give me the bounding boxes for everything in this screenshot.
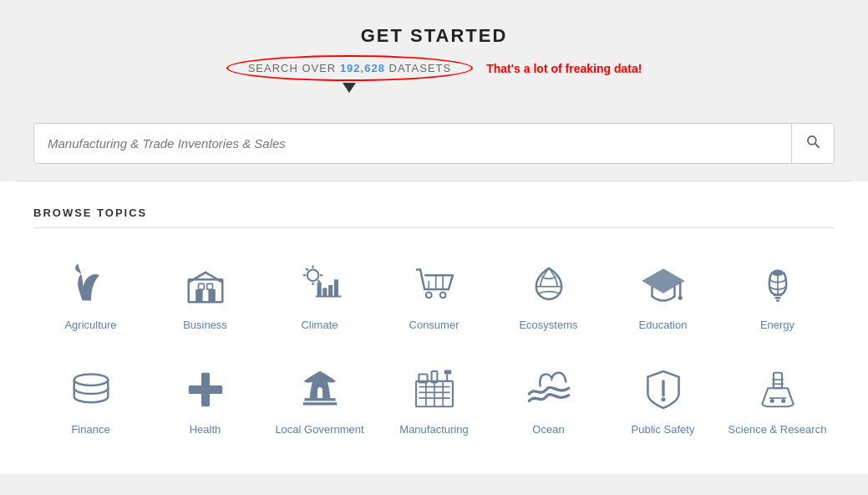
svg-rect-50 (444, 370, 450, 374)
svg-point-30 (678, 296, 682, 300)
arrow-down-icon (343, 83, 356, 93)
climate-icon (295, 260, 345, 310)
topic-item-finance[interactable]: Finance (33, 353, 148, 449)
svg-line-16 (306, 268, 308, 271)
manufacturing-label: Manufacturing (399, 423, 468, 437)
svg-line-1 (815, 144, 820, 148)
agriculture-icon (66, 260, 116, 310)
search-label: SEARCH OVER (248, 62, 337, 74)
local-government-label: Local Government (275, 423, 363, 437)
topic-item-business[interactable]: Business (148, 248, 262, 344)
health-icon (180, 365, 231, 415)
svg-rect-38 (188, 385, 222, 394)
public-safety-label: Public Safety (632, 423, 695, 437)
education-label: Education (639, 319, 688, 333)
svg-rect-20 (328, 285, 332, 297)
topic-item-health[interactable]: Health (148, 353, 262, 449)
svg-line-17 (317, 280, 320, 283)
svg-point-23 (425, 292, 431, 298)
topic-item-agriculture[interactable]: Agriculture (33, 248, 148, 344)
browse-section: BROWSE TOPICS Agriculture (0, 181, 868, 474)
topic-item-public-safety[interactable]: Public Safety (606, 353, 720, 449)
ocean-icon (524, 365, 574, 415)
education-icon (638, 260, 688, 310)
health-label: Health (190, 423, 221, 437)
browse-title: BROWSE TOPICS (33, 207, 835, 228)
svg-rect-40 (302, 402, 337, 405)
topic-item-consumer[interactable]: Consumer (377, 248, 491, 344)
search-icon (805, 134, 820, 149)
oval-container: SEARCH OVER 192,628 DATASETS (226, 55, 474, 81)
search-button[interactable] (791, 124, 834, 163)
energy-label: Energy (760, 319, 794, 333)
topic-item-manufacturing[interactable]: Manufacturing (377, 353, 491, 449)
science-research-label: Science & Research (728, 423, 827, 437)
science-research-icon (753, 365, 803, 415)
top-section: GET STARTED SEARCH OVER 192,628 DATASETS… (0, 0, 868, 98)
svg-rect-9 (206, 283, 212, 289)
svg-rect-7 (208, 289, 215, 302)
svg-rect-6 (195, 289, 202, 302)
topic-item-ecosystems[interactable]: Ecosystems (491, 248, 606, 344)
climate-label: Climate (301, 319, 338, 333)
topic-item-local-government[interactable]: Local Government (262, 353, 377, 449)
search-section (0, 98, 868, 181)
consumer-icon (409, 260, 459, 310)
agriculture-label: Agriculture (64, 319, 116, 333)
public-safety-icon (638, 365, 688, 415)
svg-rect-19 (322, 288, 327, 296)
svg-point-55 (769, 399, 774, 403)
svg-point-0 (808, 136, 816, 145)
page-title: GET STARTED (17, 25, 851, 47)
svg-point-24 (439, 292, 445, 298)
tagline: That's a lot of freaking data! (486, 62, 642, 75)
finance-icon (66, 365, 116, 415)
manufacturing-icon (409, 365, 459, 415)
topic-item-climate[interactable]: Climate (262, 248, 377, 344)
topic-item-ocean[interactable]: Ocean (491, 353, 606, 449)
ocean-label: Ocean (532, 423, 564, 437)
svg-point-52 (661, 397, 665, 401)
topic-item-science-research[interactable]: Science & Research (720, 353, 835, 449)
svg-rect-21 (333, 279, 338, 296)
datasets-wrapper: SEARCH OVER 192,628 DATASETS That's a lo… (226, 55, 642, 81)
business-label: Business (183, 319, 227, 333)
local-government-icon (295, 365, 345, 415)
svg-point-36 (74, 374, 108, 385)
datasets-label: DATASETS (389, 62, 452, 74)
consumer-label: Consumer (409, 319, 459, 333)
svg-rect-39 (304, 398, 335, 401)
search-bar (33, 123, 835, 164)
topic-item-education[interactable]: Education (606, 248, 720, 344)
energy-icon (753, 260, 803, 310)
search-input[interactable] (34, 125, 791, 162)
topic-item-energy[interactable]: Energy (720, 248, 835, 344)
svg-rect-8 (198, 283, 204, 289)
datasets-badge: SEARCH OVER 192,628 DATASETS (226, 55, 474, 81)
dataset-count: 192,628 (340, 62, 385, 74)
ecosystems-icon (524, 260, 574, 310)
topics-grid: Agriculture Business (33, 248, 835, 449)
svg-rect-18 (317, 283, 321, 297)
svg-rect-5 (188, 279, 222, 302)
business-icon (180, 260, 231, 310)
svg-point-11 (307, 269, 318, 281)
ecosystems-label: Ecosystems (519, 319, 577, 333)
finance-label: Finance (71, 423, 109, 437)
svg-point-56 (781, 399, 785, 403)
